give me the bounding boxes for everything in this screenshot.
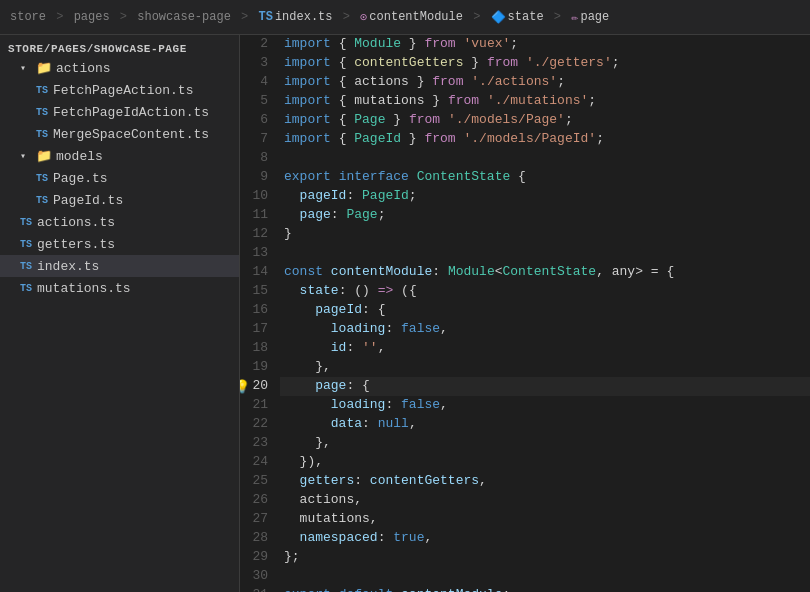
code-line-content: } [280, 225, 810, 244]
code-line-content: import { PageId } from './models/PageId'… [280, 130, 810, 149]
line-number: 24 [240, 453, 280, 472]
table-row: 10 pageId: PageId; [240, 187, 810, 206]
table-row: 29}; [240, 548, 810, 567]
table-row: 28 namespaced: true, [240, 529, 810, 548]
line-number: 14 [240, 263, 280, 282]
sidebar-folder-models[interactable]: ▾ 📁 models [0, 145, 239, 167]
breadcrumb-symbol3[interactable]: page [580, 10, 609, 24]
line-number: 29 [240, 548, 280, 567]
code-line-content [280, 149, 810, 168]
table-row: 22 data: null, [240, 415, 810, 434]
table-row: 14const contentModule: Module<ContentSta… [240, 263, 810, 282]
table-row: 3import { contentGetters } from './gette… [240, 54, 810, 73]
line-number: 18 [240, 339, 280, 358]
code-line-content: import { contentGetters } from './getter… [280, 54, 810, 73]
line-number: 9 [240, 168, 280, 187]
line-number: 3 [240, 54, 280, 73]
code-line-content: import { Module } from 'vuex'; [280, 35, 810, 54]
breadcrumb-showcase-page[interactable]: showcase-page [137, 10, 231, 24]
line-number: 28 [240, 529, 280, 548]
sidebar-file-mergespacecontent[interactable]: TS MergeSpaceContent.ts [0, 123, 239, 145]
table-row: 6import { Page } from './models/Page'; [240, 111, 810, 130]
breadcrumb-symbol1[interactable]: contentModule [369, 10, 463, 24]
table-row: 23 }, [240, 434, 810, 453]
code-line-content: import { actions } from './actions'; [280, 73, 810, 92]
table-row: 15 state: () => ({ [240, 282, 810, 301]
table-row: 5import { mutations } from './mutations'… [240, 92, 810, 111]
line-number: 13 [240, 244, 280, 263]
line-number: 21 [240, 396, 280, 415]
code-line-content: }, [280, 358, 810, 377]
table-row: 31export default contentModule; [240, 586, 810, 592]
code-line-content: const contentModule: Module<ContentState… [280, 263, 810, 282]
chevron-down-icon: ▾ [20, 62, 36, 74]
sidebar-file-fetchpageaction[interactable]: TS FetchPageAction.ts [0, 79, 239, 101]
breadcrumb-pages[interactable]: pages [74, 10, 110, 24]
code-line-content: actions, [280, 491, 810, 510]
line-number: 4 [240, 73, 280, 92]
sidebar-file-mutations[interactable]: TS mutations.ts [0, 277, 239, 299]
table-row: 13 [240, 244, 810, 263]
line-number: 17 [240, 320, 280, 339]
sidebar-file-getters[interactable]: TS getters.ts [0, 233, 239, 255]
table-row: 20💡 page: { [240, 377, 810, 396]
table-row: 25 getters: contentGetters, [240, 472, 810, 491]
line-number: 15 [240, 282, 280, 301]
code-table: 2import { Module } from 'vuex';3import {… [240, 35, 810, 592]
ts-badge-breadcrumb: TS [258, 10, 272, 24]
breadcrumb-file[interactable]: index.ts [275, 10, 333, 24]
gutter-icon: 💡 [240, 379, 250, 395]
breadcrumb-store[interactable]: store [10, 10, 46, 24]
code-line-content: }; [280, 548, 810, 567]
breadcrumb-symbol2[interactable]: state [508, 10, 544, 24]
table-row: 24 }), [240, 453, 810, 472]
sidebar-file-fetchpageidaction[interactable]: TS FetchPageIdAction.ts [0, 101, 239, 123]
code-line-content: export interface ContentState { [280, 168, 810, 187]
folder-icon: 📁 [36, 148, 52, 164]
line-number: 8 [240, 149, 280, 168]
table-row: 9export interface ContentState { [240, 168, 810, 187]
table-row: 27 mutations, [240, 510, 810, 529]
sidebar-file-index[interactable]: TS index.ts [0, 255, 239, 277]
code-line-content: loading: false, [280, 396, 810, 415]
line-number: 22 [240, 415, 280, 434]
line-number: 10 [240, 187, 280, 206]
table-row: 26 actions, [240, 491, 810, 510]
line-number: 12 [240, 225, 280, 244]
table-row: 12} [240, 225, 810, 244]
line-number: 30 [240, 567, 280, 586]
table-row: 7import { PageId } from './models/PageId… [240, 130, 810, 149]
code-line-content [280, 244, 810, 263]
line-number: 20💡 [240, 377, 280, 396]
line-number: 25 [240, 472, 280, 491]
sidebar-folder-actions[interactable]: ▾ 📁 actions [0, 57, 239, 79]
chevron-down-icon: ▾ [20, 150, 36, 162]
code-editor[interactable]: 2import { Module } from 'vuex';3import {… [240, 35, 810, 592]
code-line-content: pageId: { [280, 301, 810, 320]
symbol-icon-3: ✏️ [571, 10, 578, 25]
code-line-content: namespaced: true, [280, 529, 810, 548]
sidebar-file-page[interactable]: TS Page.ts [0, 167, 239, 189]
line-number: 16 [240, 301, 280, 320]
code-line-content: page: Page; [280, 206, 810, 225]
code-line-content [280, 567, 810, 586]
table-row: 18 id: '', [240, 339, 810, 358]
code-line-content: pageId: PageId; [280, 187, 810, 206]
sidebar-file-pageid[interactable]: TS PageId.ts [0, 189, 239, 211]
code-line-content: import { Page } from './models/Page'; [280, 111, 810, 130]
line-number: 19 [240, 358, 280, 377]
line-number: 2 [240, 35, 280, 54]
code-line-content: mutations, [280, 510, 810, 529]
code-line-content: import { mutations } from './mutations'; [280, 92, 810, 111]
code-line-content: state: () => ({ [280, 282, 810, 301]
code-line-content: id: '', [280, 339, 810, 358]
line-number: 31 [240, 586, 280, 592]
table-row: 8 [240, 149, 810, 168]
table-row: 4import { actions } from './actions'; [240, 73, 810, 92]
breadcrumb-bar: store > pages > showcase-page > TS index… [0, 0, 810, 35]
table-row: 2import { Module } from 'vuex'; [240, 35, 810, 54]
sidebar-file-actions[interactable]: TS actions.ts [0, 211, 239, 233]
symbol-icon-1: ⊙ [360, 10, 367, 25]
code-line-content: data: null, [280, 415, 810, 434]
table-row: 16 pageId: { [240, 301, 810, 320]
